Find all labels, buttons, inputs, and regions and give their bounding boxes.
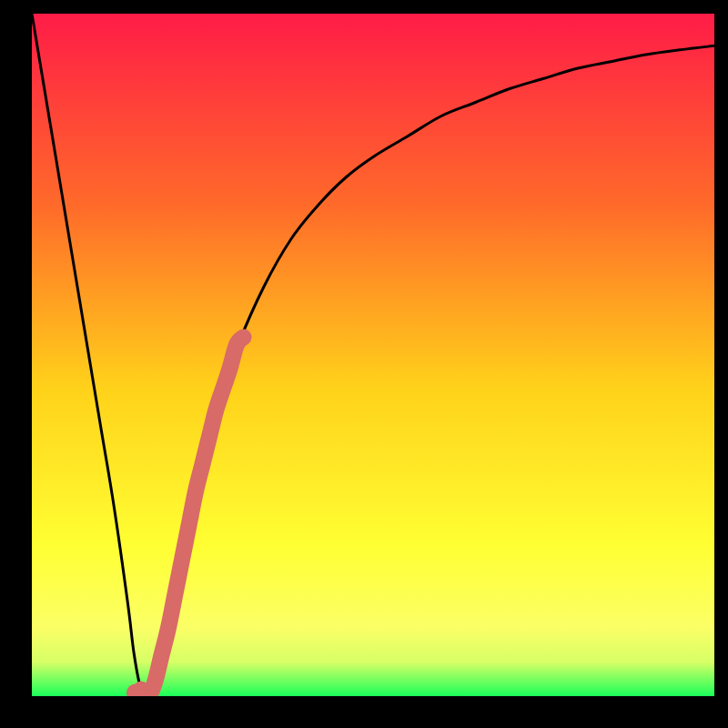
gradient-background	[32, 14, 714, 696]
chart-frame: TheBottleneck.com	[32, 14, 714, 696]
bottleneck-chart	[32, 14, 714, 696]
